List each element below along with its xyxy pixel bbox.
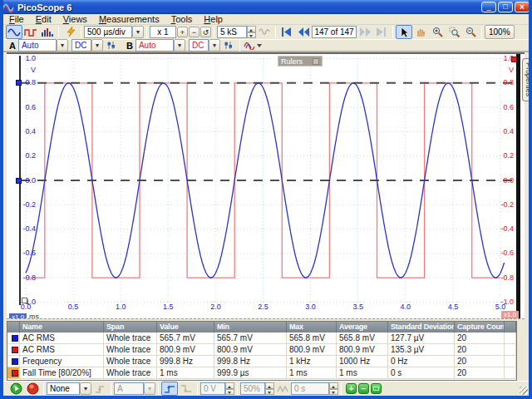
channel-b-coupling-select[interactable]: DC [189,39,209,52]
trigger-marker-button[interactable] [91,382,108,396]
window-zoom-tool-button[interactable] [446,25,462,39]
measurement-cell-min[interactable]: 999.8 Hz [214,356,287,367]
spinner-down-icon[interactable] [247,32,256,39]
measurement-cell-span[interactable]: Whole trace [104,356,157,367]
measurement-cell-min[interactable]: 565.7 mV [214,332,287,344]
channel-a-ruler-handle-1[interactable] [16,80,22,86]
measurement-cell-max[interactable]: 1 ms [287,367,337,379]
measurement-cell-name[interactable]: AC RMS [20,332,104,344]
resize-grip[interactable] [520,387,528,395]
properties-tab[interactable]: Properties [522,58,532,101]
measurement-cell-capture_count[interactable]: 20 [455,332,505,344]
title-bar[interactable]: PicoScope 6 _ □ × [0,0,532,14]
spinner-up-icon[interactable] [247,26,256,32]
channel-a-range-select[interactable]: Auto [18,39,57,52]
channel-b-coupling-arrow-icon[interactable] [209,39,220,52]
measurement-cell-span[interactable]: Whole trace [104,367,157,379]
channel-a-range-arrow-icon[interactable] [57,39,68,52]
edit-measurement-button[interactable] [371,383,382,394]
measurement-cell-average[interactable]: 1 ms [337,367,388,379]
signal-generator-button[interactable] [62,25,78,39]
rising-edge-button[interactable] [161,382,178,396]
pointer-tool-button[interactable] [396,25,412,39]
measurement-cell-name[interactable]: AC RMS [20,344,104,356]
measurement-cell-capture_count[interactable]: 20 [455,367,505,379]
channel-a-coupling-arrow-icon[interactable] [91,39,103,52]
measurement-row-swatch[interactable] [7,356,20,367]
zoom-x-minus-button[interactable]: − [189,27,200,37]
measurement-cell-average[interactable]: 565.8 mV [337,332,388,344]
measurement-cell-name[interactable]: Frequency [20,356,104,367]
measurement-cell-std_dev[interactable]: 0 Hz [388,356,455,367]
menu-item-edit[interactable]: Edit [30,14,57,25]
menu-item-help[interactable]: Help [198,14,229,25]
samples-field[interactable]: 5 kS [217,26,247,38]
channel-b-range-arrow-icon[interactable] [174,39,185,52]
menu-item-measurements[interactable]: Measurements [93,14,165,25]
channel-a-options-button[interactable] [103,39,120,52]
hand-tool-button[interactable] [412,25,429,39]
timebase-select[interactable]: 500 µs/div [84,26,132,38]
channel-b-ruler-handle[interactable] [511,57,517,62]
measurement-cell-average[interactable]: 1000 Hz [337,356,388,367]
close-button[interactable]: × [515,2,530,12]
buffer-position-field[interactable]: 147 of 147 [312,26,357,38]
sample-mode-button[interactable] [256,25,273,39]
previous-buffer-button[interactable] [295,25,312,39]
measurement-row-swatch[interactable] [7,367,20,379]
measurement-cell-value[interactable]: 800.9 mV [157,344,214,356]
rulers-legend[interactable]: Rulers [278,56,323,66]
zoom-in-tool-button[interactable] [429,25,446,39]
measurement-cell-span[interactable]: Whole trace [104,332,157,344]
menu-item-tools[interactable]: Tools [165,14,199,25]
last-buffer-button[interactable] [373,25,390,39]
channel-b-range-select[interactable]: Auto [135,39,174,52]
measurement-cell-max[interactable]: 800.9 mV [287,344,337,356]
delete-measurement-button[interactable]: − [358,383,369,394]
measurement-cell-min[interactable]: 800.9 mV [214,344,287,356]
falling-edge-button[interactable] [178,382,195,396]
zoom-x-field[interactable]: x 1 [150,26,176,38]
menu-item-views[interactable]: Views [57,14,93,25]
measurement-cell-std_dev[interactable]: 127.7 µV [388,332,455,344]
first-buffer-button[interactable] [278,25,295,39]
rulers-legend-pin-icon[interactable] [313,58,319,65]
measurement-cell-value[interactable]: 999.8 Hz [157,356,214,367]
trigger-mode-arrow-icon[interactable] [80,382,91,395]
measurement-cell-std_dev[interactable]: 135.3 µV [388,344,455,356]
measurement-cell-min[interactable]: 999.9 µs [214,367,287,379]
measurement-cell-span[interactable]: Whole trace [104,344,157,356]
time-ruler-handle[interactable] [22,298,27,303]
measurement-cell-capture_count[interactable]: 20 [455,344,505,356]
trigger-mode-select[interactable]: None [47,382,80,395]
zoom-out-tool-button[interactable] [462,25,479,39]
channel-a-ruler-handle-2[interactable] [16,178,22,184]
measurement-cell-capture_count[interactable]: 20 [455,356,505,367]
channel-a-coupling-select[interactable]: DC [71,39,91,52]
scope-graph[interactable]: 1.01.00.80.80.60.60.40.40.20.20.00.0-0.2… [7,52,525,321]
measurement-cell-value[interactable]: 1 ms [157,367,214,379]
zoom-x-plus-button[interactable]: + [177,27,188,37]
start-button[interactable] [7,382,24,396]
math-channels-button[interactable] [243,39,263,52]
menu-item-file[interactable]: File [3,14,30,25]
channel-b-options-button[interactable] [220,39,237,52]
timebase-dropdown-arrow-icon[interactable] [132,26,144,38]
measurement-cell-max[interactable]: 1 kHz [287,356,337,367]
measurement-cell-std_dev[interactable]: 0 s [388,367,455,379]
zoom-100-button[interactable]: 100% [485,25,515,39]
measurement-row-swatch[interactable] [7,332,20,344]
samples-spinner[interactable] [247,26,256,38]
measurement-cell-average[interactable]: 800.9 mV [337,344,388,356]
measurement-cell-value[interactable]: 565.7 mV [157,332,214,344]
zoom-x-reset-button[interactable]: ↺ [200,27,211,37]
scope-view-button[interactable] [6,25,22,39]
advanced-trigger-button[interactable] [274,382,291,396]
minimize-button[interactable]: _ [481,2,496,12]
measurement-row-swatch[interactable] [7,344,20,356]
spectrum-view-button[interactable] [22,25,39,39]
add-measurement-button[interactable]: + [346,383,357,394]
measurement-cell-name[interactable]: Fall Time [80/20%] [20,367,104,379]
measurement-cell-max[interactable]: 565.8 mV [287,332,337,344]
persistence-view-button[interactable] [39,25,56,39]
